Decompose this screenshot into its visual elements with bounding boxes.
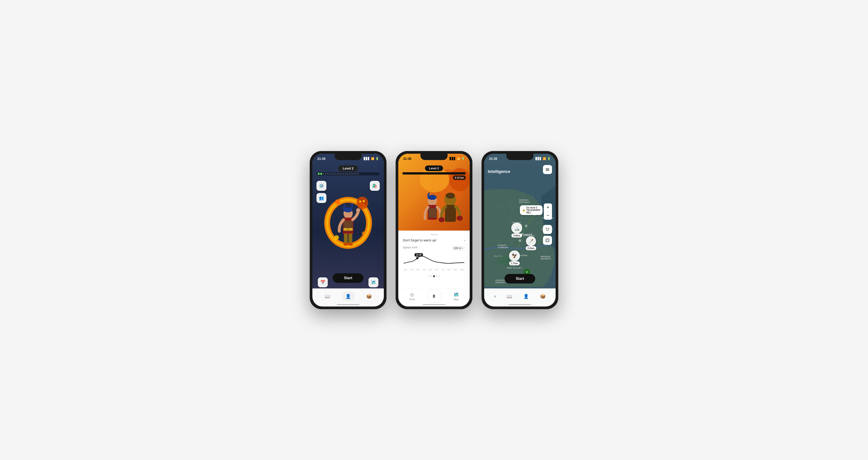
- route-tool-button[interactable]: [543, 225, 552, 234]
- calendar-button[interactable]: 📅: [318, 277, 328, 287]
- svg-rect-18: [348, 233, 352, 244]
- marker-1[interactable]: 🏔️ 3.8km: [511, 223, 522, 234]
- time-2: 21:35: [403, 157, 411, 160]
- tab-book-3[interactable]: 📖: [506, 294, 512, 299]
- noe-valley-label: NOE VALLEY: [507, 267, 522, 269]
- book-icon-3: 📖: [506, 294, 512, 299]
- phone-2: 21:35 ▋▋▋ 📶 🔋 Level 2: [396, 151, 472, 309]
- distance-badge: 2.15 km: [453, 176, 466, 180]
- start-button-3[interactable]: Start: [504, 274, 535, 283]
- tab-profile-3[interactable]: 👤: [523, 294, 529, 299]
- map-side-tools: [543, 225, 552, 245]
- track-label: Track: [409, 298, 415, 301]
- speed-section: Speed km/h 100 m ›: [403, 245, 465, 274]
- layers-button[interactable]: [543, 165, 552, 174]
- marker-3[interactable]: 🦅 1.7km: [509, 250, 520, 261]
- marker-label-2: 2.5km: [526, 246, 536, 250]
- marker-circle-2: 🗡️: [526, 236, 536, 246]
- map-button[interactable]: 🗺️: [368, 277, 378, 287]
- svg-point-19: [343, 243, 348, 245]
- zoom-in-button[interactable]: +: [544, 204, 552, 212]
- svg-point-30: [445, 192, 455, 198]
- side-buttons-right: 🛍️: [370, 181, 380, 191]
- chevron-right-icon: ›: [462, 247, 463, 250]
- marker-circle-3: 🦅: [509, 250, 520, 261]
- level-badge-1: Level 2: [338, 165, 358, 171]
- svg-point-22: [430, 169, 464, 207]
- tab-track[interactable]: ◎ Track: [405, 292, 418, 301]
- tab-box-1[interactable]: 📦: [363, 292, 375, 301]
- svg-rect-28: [429, 208, 436, 217]
- speed-chart: 14.30 100 200 300 400 500 600 700 800 90…: [403, 253, 465, 274]
- warmup-banner[interactable]: Don't forget to warm up! ›: [403, 238, 465, 242]
- phone-2-screen: 21:35 ▋▋▋ 📶 🔋 Level 2: [398, 154, 470, 307]
- side-buttons-left: ⚙️ 👥: [316, 181, 327, 203]
- svg-rect-13: [343, 217, 353, 234]
- zoom-out-button[interactable]: −: [544, 212, 552, 220]
- phone-1: 21:35 ▋▋▋ 📶 🔋 Level 2: [310, 151, 386, 309]
- lock-icon: 🔒: [522, 209, 525, 212]
- notch-3: [506, 154, 533, 160]
- phone-3: 21:35 ▋▋▋ 📶 🔋 Intelligence: [482, 151, 558, 309]
- lock-text: On level 3TELEGRAPHHILL: [526, 206, 540, 214]
- back-icon: ‹: [494, 294, 495, 299]
- map-title: Intelligence: [488, 169, 510, 174]
- back-button[interactable]: ‹: [494, 294, 495, 299]
- settings-button[interactable]: ⚙️: [316, 181, 327, 191]
- profile-icon-1: 👤: [345, 294, 351, 299]
- svg-rect-17: [344, 233, 348, 244]
- signal-icons-3: ▋▋▋ 📶 🔋: [535, 157, 551, 160]
- speed-range-button[interactable]: 100 m ›: [452, 246, 465, 251]
- arrow-right-icon: ›: [464, 238, 465, 242]
- lock-marker: 🔒 On level 3TELEGRAPHHILL: [520, 205, 542, 215]
- chart-labels: 100 200 300 400 500 600 700 800 900 1000: [403, 269, 465, 271]
- svg-point-26: [428, 195, 436, 200]
- add-friend-button[interactable]: 👥: [316, 193, 327, 203]
- svg-point-29: [444, 193, 456, 206]
- svg-point-5: [362, 231, 366, 235]
- svg-rect-55: [547, 239, 548, 241]
- svg-rect-27: [428, 205, 437, 219]
- tab-map-2[interactable]: 🗺️ Map: [450, 292, 463, 301]
- svg-rect-31: [445, 205, 456, 222]
- tab-book-1[interactable]: 📖: [321, 292, 333, 301]
- track-screen: 21:35 ▋▋▋ 📶 🔋 Level 2: [398, 154, 470, 307]
- svg-point-8: [359, 200, 361, 202]
- svg-rect-14: [344, 221, 353, 231]
- svg-point-0: [327, 200, 369, 246]
- chart-speed-value: 14.30: [414, 253, 423, 256]
- shop-button[interactable]: 🛍️: [370, 181, 380, 191]
- svg-point-25: [428, 195, 437, 206]
- start-button-1[interactable]: Start: [333, 273, 364, 283]
- hero-area: 21:35 ▋▋▋ 📶 🔋 Level 2: [398, 154, 470, 231]
- svg-rect-54: [546, 239, 549, 242]
- book-icon: 📖: [324, 294, 330, 299]
- svg-point-48: [519, 239, 521, 242]
- marker-circle-1: 🏔️: [511, 223, 522, 234]
- drag-handle: [430, 234, 438, 235]
- crop-tool-button[interactable]: [543, 236, 552, 245]
- svg-point-33: [457, 216, 463, 221]
- time-3: 21:35: [489, 157, 497, 160]
- svg-point-20: [348, 243, 353, 245]
- lock-badge: 🔒 On level 3TELEGRAPHHILL: [520, 205, 542, 215]
- map-screen: 21:35 ▋▋▋ 📶 🔋 Intelligence: [484, 154, 556, 307]
- home-indicator-2: [423, 304, 445, 305]
- mission-district-label: MISSIONDISTRICT: [541, 255, 551, 260]
- svg-point-34: [416, 257, 418, 259]
- tab-bar-1: 📖 👤 📦: [312, 288, 384, 307]
- svg-rect-53: [546, 170, 549, 171]
- box-icon-1: 📦: [366, 294, 372, 299]
- phone-1-screen: 21:35 ▋▋▋ 📶 🔋 Level 2: [312, 154, 384, 307]
- time-1: 21:35: [317, 157, 326, 160]
- tab-profile-1[interactable]: 👤: [342, 292, 354, 301]
- pause-icon: ⏸: [432, 294, 436, 299]
- marker-2[interactable]: 🗡️ 2.5km: [526, 236, 536, 246]
- tab-box-3[interactable]: 📦: [540, 294, 546, 299]
- svg-rect-52: [546, 169, 549, 170]
- pause-button[interactable]: ⏸: [428, 290, 440, 302]
- phones-container: 21:35 ▋▋▋ 📶 🔋 Level 2: [301, 142, 567, 318]
- svg-point-11: [344, 208, 353, 218]
- svg-point-16: [347, 228, 349, 230]
- phone-3-screen: 21:35 ▋▋▋ 📶 🔋 Intelligence: [484, 154, 556, 307]
